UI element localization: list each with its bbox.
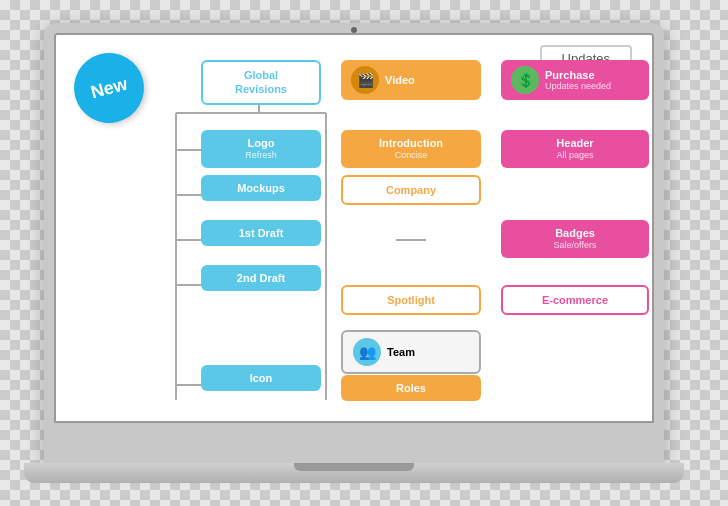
col2-item-intro: Introduction Concise [341,130,481,168]
col3-header: 💲 Purchase Updates needed [501,60,649,100]
badge-label: New [88,73,129,103]
col1-item-icon: Icon [201,365,321,391]
col1-item-1stdraft: 1st Draft [201,220,321,246]
video-icon: 🎬 [351,66,379,94]
col1-header-node: Global Revisions [201,60,321,105]
laptop-base [24,463,684,483]
diagram: Updates [56,35,652,421]
col3-item-badges: Badges Sale/offers [501,220,649,258]
col1-item-logo: Logo Refresh [201,130,321,168]
col2-item-spotlight: Spotlight [341,285,481,315]
col2-item-roles: Roles [341,375,481,401]
col3-item-header: Header All pages [501,130,649,168]
col3-item-ecommerce: E-commerce [501,285,649,315]
col2-item-team: 👥 Team [341,330,481,374]
col1-header: Global Revisions [201,60,321,105]
purchase-icon: 💲 [511,66,539,94]
team-icon: 👥 [353,338,381,366]
col2-item-company: Company [341,175,481,205]
col1-item-mockups: Mockups [201,175,321,201]
col2-header: 🎬 Video [341,60,481,100]
col1-item-2nddraft: 2nd Draft [201,265,321,291]
